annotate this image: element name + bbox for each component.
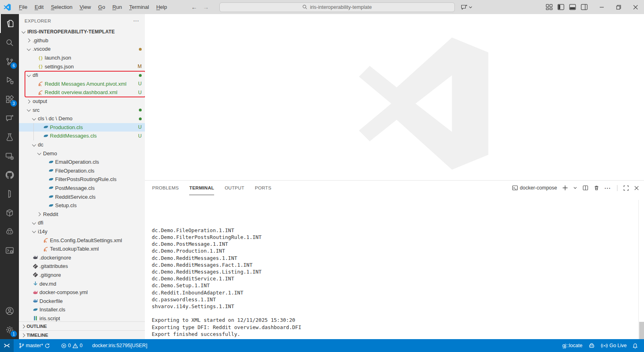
- tree-row[interactable]: FilterPostsRoutingRule.cls: [19, 175, 145, 184]
- tree-row[interactable]: Setup.cls: [19, 201, 145, 210]
- tree-row[interactable]: launch.json: [19, 54, 145, 62]
- chevron-icon: [36, 237, 42, 243]
- maximize-panel-icon[interactable]: [623, 185, 629, 191]
- tree-row[interactable]: Ens.Config.DefaultSettings.xml: [19, 236, 145, 245]
- git-status-badge: [136, 46, 142, 52]
- new-terminal-icon[interactable]: [562, 185, 568, 191]
- extensions-icon[interactable]: 3: [0, 90, 19, 109]
- gj-locate-status[interactable]: gj::locate: [559, 339, 585, 352]
- chevron-icon: [26, 263, 32, 270]
- tree-row[interactable]: PostMessage.cls: [19, 184, 145, 193]
- menu-item[interactable]: Run: [109, 2, 125, 12]
- tree-row[interactable]: dfi: [19, 218, 145, 227]
- tree-row[interactable]: dfi: [19, 71, 145, 80]
- panel-tab[interactable]: PORTS: [255, 181, 271, 195]
- tree-row[interactable]: src: [19, 105, 145, 114]
- tree-row[interactable]: RedditService.cls: [19, 192, 145, 201]
- copilot-status[interactable]: [585, 339, 598, 352]
- tree-row[interactable]: Reddit: [19, 210, 145, 218]
- tree-row[interactable]: .vscode: [19, 45, 145, 54]
- debug-console-icon[interactable]: [0, 241, 19, 260]
- tree-row[interactable]: output: [19, 97, 145, 106]
- menu-item[interactable]: View: [76, 2, 94, 12]
- outline-section[interactable]: OUTLINE: [19, 321, 145, 330]
- panel-tab[interactable]: PROBLEMS: [152, 181, 179, 195]
- tree-row[interactable]: Production.cls U: [19, 123, 145, 132]
- notifications-bell[interactable]: [630, 339, 641, 352]
- accounts-icon[interactable]: [0, 301, 19, 320]
- remote-explorer-icon[interactable]: [0, 146, 19, 165]
- customize-layout-icon[interactable]: [546, 4, 553, 10]
- panel-more-actions-icon[interactable]: ···: [605, 185, 611, 191]
- objectscript-icon[interactable]: [0, 184, 19, 203]
- chat-icon[interactable]: [0, 109, 19, 128]
- tree-row[interactable]: Dockerfile: [19, 296, 145, 305]
- timeline-section[interactable]: TIMELINE: [19, 330, 145, 339]
- menu-item[interactable]: Terminal: [126, 2, 152, 12]
- run-debug-icon[interactable]: [0, 71, 19, 90]
- tree-row[interactable]: .github: [19, 36, 145, 45]
- toggle-primary-sidebar-icon[interactable]: [557, 4, 564, 10]
- tree-row[interactable]: Installer.cls: [19, 305, 145, 314]
- go-live-status[interactable]: Go Live: [598, 339, 630, 352]
- tree-row[interactable]: .gitignore: [19, 271, 145, 280]
- sidebar-more-actions-icon[interactable]: ···: [134, 19, 140, 23]
- tree-row[interactable]: Reddit Messages Amount.pivot.xml U: [19, 80, 145, 89]
- tree-row[interactable]: docker-compose.yml: [19, 288, 145, 297]
- toggle-secondary-sidebar-icon[interactable]: [581, 4, 588, 10]
- tree-row[interactable]: RedditMessages.cls U: [19, 132, 145, 140]
- remote-indicator[interactable]: [0, 339, 14, 352]
- panel-tab[interactable]: TERMINAL: [189, 181, 214, 195]
- settings-gear-icon[interactable]: 1: [0, 320, 19, 339]
- tree-row[interactable]: cls \ dc \ Demo: [19, 114, 145, 123]
- chevron-icon: [26, 107, 32, 113]
- search-icon[interactable]: [0, 33, 19, 52]
- menu-item[interactable]: Edit: [31, 2, 47, 12]
- tree-row[interactable]: Demo: [19, 149, 145, 158]
- scrollbar-thumb[interactable]: [639, 322, 644, 340]
- copilot-menu-button[interactable]: [460, 4, 473, 11]
- containers-icon[interactable]: [0, 203, 19, 222]
- terminal-dropdown-icon[interactable]: [573, 186, 577, 190]
- menu-item[interactable]: File: [16, 2, 31, 12]
- terminal-instance[interactable]: docker-compose: [512, 185, 557, 191]
- forward-arrow-icon[interactable]: →: [203, 4, 209, 10]
- tree-row[interactable]: .dockerignore: [19, 253, 145, 262]
- problems-status[interactable]: 0 0: [58, 339, 85, 352]
- split-terminal-icon[interactable]: [582, 185, 588, 191]
- copilot-icon[interactable]: [0, 222, 19, 241]
- tree-row[interactable]: i14y: [19, 227, 145, 236]
- tree-row[interactable]: settings.json M: [19, 62, 145, 71]
- tree-row[interactable]: IRIS-INTEROPERABILITY-TEMPLATE: [19, 27, 145, 36]
- docker-context-status[interactable]: docker:iris:52795[USER]: [89, 339, 150, 352]
- close-window-button[interactable]: [627, 0, 644, 14]
- tree-row[interactable]: TestLookupTable.xml: [19, 245, 145, 253]
- toggle-panel-icon[interactable]: [569, 4, 576, 10]
- tree-row[interactable]: Reddit overview.dashboard.xml U: [19, 88, 145, 97]
- git-branch-status[interactable]: master*: [16, 339, 53, 352]
- source-control-badge: 6: [10, 62, 17, 69]
- tree-row[interactable]: FileOperation.cls: [19, 167, 145, 175]
- panel-tab[interactable]: OUTPUT: [225, 181, 244, 195]
- tree-row[interactable]: dev.md: [19, 279, 145, 288]
- kill-terminal-icon[interactable]: [594, 185, 599, 191]
- explorer-icon[interactable]: [0, 14, 19, 33]
- tree-row[interactable]: dc: [19, 140, 145, 149]
- close-panel-icon[interactable]: [634, 185, 639, 191]
- restore-button[interactable]: [610, 0, 627, 14]
- menu-item[interactable]: Selection: [47, 2, 75, 12]
- menu-item[interactable]: Go: [95, 2, 108, 12]
- tree-row[interactable]: .gitattributes: [19, 262, 145, 271]
- minimize-button[interactable]: [593, 0, 610, 14]
- terminal-output[interactable]: dc.Demo.FileOperation.1.INTdc.Demo.Filte…: [145, 195, 644, 352]
- tree-row[interactable]: EmailOperation.cls: [19, 158, 145, 167]
- testing-icon[interactable]: [0, 128, 19, 146]
- menu-item[interactable]: Help: [153, 2, 170, 12]
- command-center-search[interactable]: iris-interoperability-template: [219, 2, 455, 12]
- github-icon[interactable]: [0, 165, 19, 184]
- scrollbar[interactable]: [638, 200, 644, 340]
- file-tree: IRIS-INTEROPERABILITY-TEMPLATE .github .…: [19, 27, 145, 323]
- tree-item-label: Reddit: [43, 211, 58, 217]
- back-arrow-icon[interactable]: ←: [191, 4, 197, 10]
- source-control-icon[interactable]: 6: [0, 52, 19, 71]
